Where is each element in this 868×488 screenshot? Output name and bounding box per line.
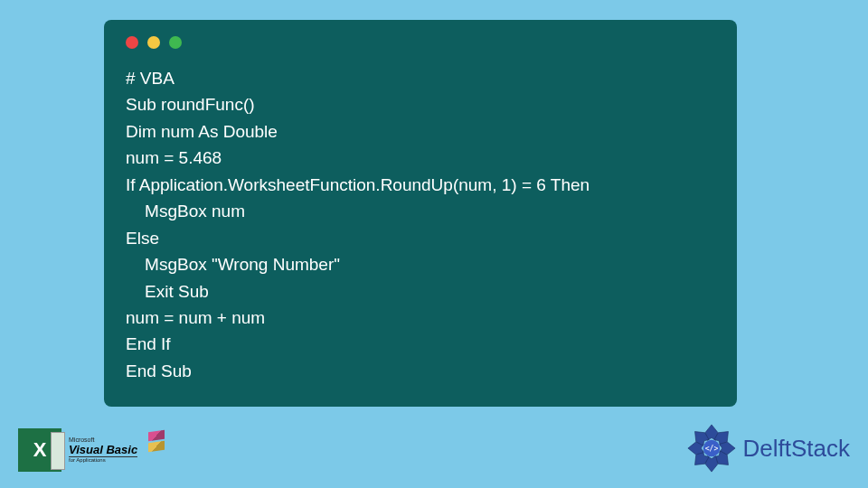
- code-line: End Sub: [126, 361, 192, 380]
- code-line: Sub roundFunc(): [126, 95, 255, 114]
- excel-letter: X: [33, 438, 47, 462]
- vb-logo-sub: for Applications: [69, 456, 137, 464]
- code-window: # VBA Sub roundFunc() Dim num As Double …: [104, 20, 737, 407]
- vb-logo-name: Visual Basic: [69, 444, 137, 456]
- minimize-icon: [147, 36, 160, 49]
- svg-text:</>: </>: [704, 444, 718, 453]
- excel-icon: X: [18, 428, 61, 472]
- code-line: num = 5.468: [126, 148, 222, 167]
- delftstack-brand-text: DelftStack: [743, 435, 851, 463]
- code-line: Else: [126, 229, 159, 248]
- code-line: num = num + num: [126, 308, 265, 327]
- vb-shapes-icon: [148, 431, 165, 453]
- delftstack-flower-icon: </>: [685, 422, 738, 474]
- code-line: MsgBox num: [126, 202, 245, 221]
- code-line: If Application.WorksheetFunction.RoundUp…: [126, 175, 590, 194]
- logos-left: X Microsoft Visual Basic for Application…: [18, 428, 137, 472]
- maximize-icon: [169, 36, 182, 49]
- code-content: # VBA Sub roundFunc() Dim num As Double …: [126, 65, 715, 384]
- code-line: Exit Sub: [126, 282, 209, 301]
- code-line: MsgBox "Wrong Number": [126, 255, 340, 274]
- visual-basic-logo: Microsoft Visual Basic for Applications: [69, 436, 137, 464]
- code-line: Dim num As Double: [126, 122, 278, 141]
- code-line: # VBA: [126, 69, 175, 88]
- logos-right: </> DelftStack: [685, 422, 851, 474]
- code-line: End If: [126, 334, 171, 353]
- traffic-lights: [126, 36, 715, 49]
- close-icon: [126, 36, 138, 49]
